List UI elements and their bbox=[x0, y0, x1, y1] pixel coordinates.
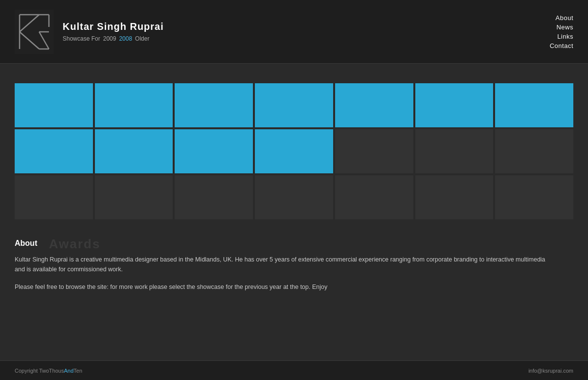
about-section: Awards About Kultar Singh Ruprai is a cr… bbox=[0, 219, 588, 307]
grid-cell[interactable] bbox=[335, 175, 413, 219]
nav-about[interactable]: About bbox=[556, 14, 573, 22]
grid-cell[interactable] bbox=[335, 83, 413, 127]
footer-copyright: Copyright TwoThousAndTen bbox=[15, 368, 82, 374]
grid-cell[interactable] bbox=[15, 175, 93, 219]
showcase-label: Showcase For bbox=[63, 35, 100, 42]
grid-cell[interactable] bbox=[255, 83, 333, 127]
nav-news[interactable]: News bbox=[556, 24, 573, 31]
about-title: About bbox=[15, 239, 573, 248]
grid-cell[interactable] bbox=[335, 129, 413, 173]
header: Kultar Singh Ruprai Showcase For 2009 20… bbox=[0, 0, 588, 64]
grid-cell[interactable] bbox=[95, 129, 173, 173]
grid-cell[interactable] bbox=[415, 129, 494, 173]
grid-cell[interactable] bbox=[495, 129, 573, 173]
footer-email: info@ksruprai.com bbox=[528, 368, 573, 374]
year-2009-link[interactable]: 2009 bbox=[103, 35, 116, 42]
site-logo bbox=[15, 10, 54, 54]
grid-cell[interactable] bbox=[415, 83, 494, 127]
grid-cell[interactable] bbox=[175, 129, 253, 173]
footer: Copyright TwoThousAndTen info@ksruprai.c… bbox=[0, 360, 588, 380]
about-paragraph-1: Kultar Singh Ruprai is a creative multim… bbox=[15, 255, 553, 274]
grid-cell[interactable] bbox=[415, 175, 494, 219]
year-older-link[interactable]: Older bbox=[135, 35, 149, 42]
site-title-block: Kultar Singh Ruprai Showcase For 2009 20… bbox=[63, 21, 164, 42]
showcase-nav: Showcase For 2009 2008 Older bbox=[63, 35, 164, 42]
grid-cell[interactable] bbox=[175, 83, 253, 127]
grid-cell[interactable] bbox=[95, 175, 173, 219]
nav-contact[interactable]: Contact bbox=[550, 42, 573, 49]
grid-cell[interactable] bbox=[95, 83, 173, 127]
main-nav: About News Links Contact bbox=[550, 14, 573, 49]
grid-cell[interactable] bbox=[495, 83, 573, 127]
about-paragraph-2: Please feel free to browse the site: for… bbox=[15, 282, 406, 292]
grid-cell[interactable] bbox=[255, 175, 333, 219]
year-2008-link[interactable]: 2008 bbox=[119, 35, 132, 42]
site-name: Kultar Singh Ruprai bbox=[63, 21, 164, 32]
grid-cell[interactable] bbox=[15, 129, 93, 173]
grid-cell[interactable] bbox=[255, 129, 333, 173]
grid-section bbox=[15, 83, 573, 219]
footer-email-link[interactable]: info@ksruprai.com bbox=[528, 368, 573, 374]
grid-cell[interactable] bbox=[15, 83, 93, 127]
header-left: Kultar Singh Ruprai Showcase For 2009 20… bbox=[15, 10, 164, 54]
nav-links[interactable]: Links bbox=[557, 33, 573, 40]
grid-cell[interactable] bbox=[495, 175, 573, 219]
footer-copyright-highlight: And bbox=[64, 368, 74, 374]
portfolio-grid bbox=[15, 83, 573, 219]
grid-cell[interactable] bbox=[175, 175, 253, 219]
